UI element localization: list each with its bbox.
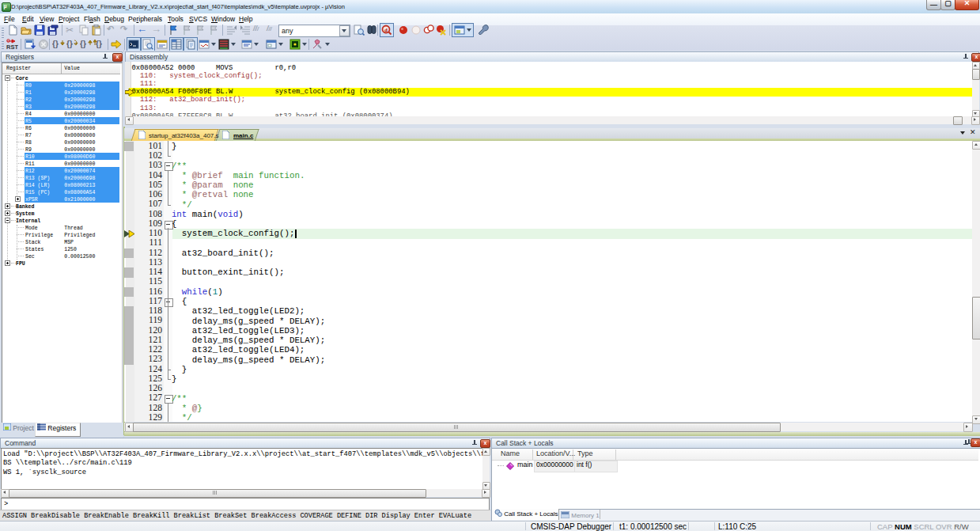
svg-text:{}: {} (80, 40, 86, 48)
svg-text:{}: {} (96, 40, 102, 48)
svg-text:RST: RST (6, 44, 18, 51)
svg-text:{}: {} (52, 40, 59, 48)
svg-text:d: d (384, 27, 388, 33)
svg-text:{}: {} (66, 40, 73, 48)
